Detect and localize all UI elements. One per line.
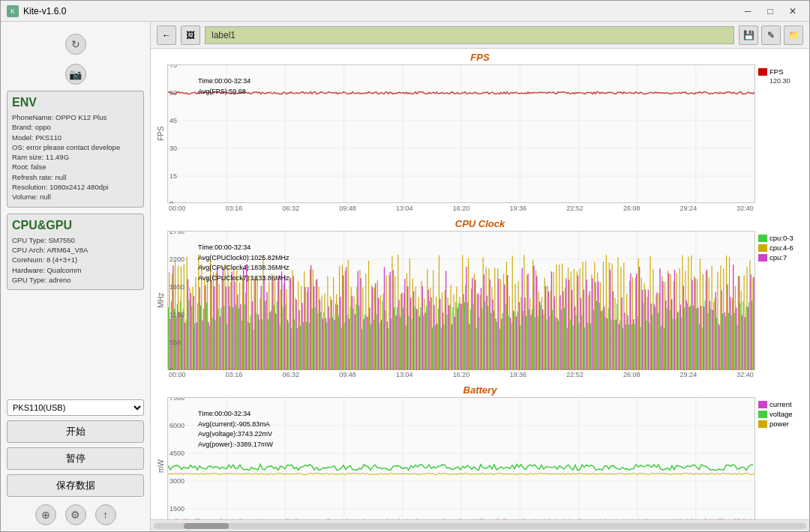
window-title: Kite-v1.6.0 — [23, 6, 737, 16]
scrollbar-track[interactable] — [154, 523, 806, 529]
cpu-legend-color-0 — [758, 235, 767, 242]
right-panel: ← 🖼 label1 💾 ✎ 📁 FPS FPS — [151, 22, 809, 531]
maximize-button[interactable]: □ — [760, 4, 781, 19]
fps-y-label: FPS — [154, 64, 167, 203]
toolbar: ← 🖼 label1 💾 ✎ 📁 — [151, 22, 809, 49]
env-section: ENV PhoneName: OPPO K12 Plus Brand: oppo… — [7, 91, 144, 208]
device-select-area: PKS110(USB) — [7, 399, 144, 416]
fps-chart-title: FPS — [154, 52, 806, 63]
add-icon-btn[interactable]: ⊕ — [35, 504, 56, 525]
cpu-clock-chart-area: Time:00:00-32:34 Avg(CPUClock0):1025.82M… — [167, 231, 755, 369]
screenshot-icon-btn[interactable]: 📷 — [65, 64, 86, 85]
fps-x-labels: 00:00 03:16 06:32 09:48 13:04 16:20 19:3… — [154, 203, 754, 212]
image-button[interactable]: 🖼 — [181, 25, 200, 45]
settings-icon-btn[interactable]: ⚙ — [65, 504, 86, 525]
cpu-legend-7: cpu:7 — [758, 253, 805, 262]
cpu-core: CoreNum: 8 (4+3+1) — [12, 255, 139, 265]
cpu-clock-chart-container: CPU Clock MHz Time:00:00-32:34 Avg(CPUCl… — [154, 218, 806, 378]
env-ram: Ram size: 11.49G — [12, 152, 139, 162]
cpu-legend-color-4 — [758, 244, 767, 252]
battery-current-color — [758, 401, 767, 408]
env-refresh: Refresh rate: null — [12, 172, 139, 182]
battery-voltage-color — [758, 411, 767, 418]
back-button[interactable]: ← — [157, 25, 176, 45]
app-icon: K — [7, 5, 19, 17]
device-dropdown[interactable]: PKS110(USB) — [7, 399, 144, 416]
folder-toolbar-button[interactable]: 📁 — [784, 25, 803, 45]
cpu-legend-4-6: cpu:4-6 — [758, 244, 805, 252]
pause-button[interactable]: 暂停 — [7, 447, 144, 470]
cpu-items: CPU Type: SM7550 CPU Arch: ARM64_V8A Cor… — [12, 235, 139, 285]
main-window: K Kite-v1.6.0 ─ □ ✕ ↻ 📷 ENV PhoneName: O… — [0, 0, 810, 532]
cpu-clock-chart-wrapper: MHz Time:00:00-32:34 Avg(CPUClock0):1025… — [154, 231, 806, 369]
save-toolbar-button[interactable]: 💾 — [739, 25, 758, 45]
cpu-clock-y-label: MHz — [154, 231, 167, 369]
minimize-button[interactable]: ─ — [737, 4, 758, 19]
battery-chart-wrapper: mW Time:00:00-32:34 Avg(current):-905.83… — [154, 397, 806, 519]
cpu-clock-chart-title: CPU Clock — [154, 218, 806, 229]
battery-legend: current voltage power — [755, 397, 808, 519]
info-icon-btn[interactable]: ↑ — [95, 504, 116, 525]
battery-chart-area: Time:00:00-32:34 Avg(current):-905.83mA … — [167, 397, 755, 519]
env-resolution: Resolution: 1080x2412 480dpi — [12, 182, 139, 192]
env-brand: Brand: oppo — [12, 122, 139, 132]
sidebar-bottom: PKS110(USB) 开始 暂停 保存数据 ⊕ ⚙ ↑ — [7, 399, 144, 525]
label-display: label1 — [205, 26, 734, 44]
cpu-legend-color-7 — [758, 254, 767, 262]
window-controls: ─ □ ✕ — [737, 4, 803, 19]
bottom-scrollbar[interactable] — [151, 519, 809, 531]
scrollbar-thumb[interactable] — [184, 523, 229, 529]
battery-canvas — [168, 398, 754, 519]
start-button[interactable]: 开始 — [7, 420, 144, 443]
close-button[interactable]: ✕ — [782, 4, 803, 19]
battery-chart-container: Battery mW Time:00:00-32:34 Avg(current)… — [154, 384, 806, 519]
env-items: PhoneName: OPPO K12 Plus Brand: oppo Mod… — [12, 112, 139, 202]
save-button[interactable]: 保存数据 — [7, 474, 144, 497]
battery-y-label: mW — [154, 397, 167, 519]
fps-legend-color — [758, 68, 767, 76]
sidebar-icons: ↻ 📷 — [7, 28, 144, 91]
title-bar: K Kite-v1.6.0 ─ □ ✕ — [1, 1, 809, 22]
env-volume: Volume: null — [12, 192, 139, 202]
charts-area: FPS FPS Time:00:00-32:34 Avg(FPS):59.68 — [151, 49, 809, 519]
env-phone: PhoneName: OPPO K12 Plus — [12, 112, 139, 122]
battery-legend-power: power — [758, 420, 805, 428]
battery-legend-voltage: voltage — [758, 410, 805, 418]
env-root: Root: false — [12, 162, 139, 172]
main-content: ↻ 📷 ENV PhoneName: OPPO K12 Plus Brand: … — [1, 22, 809, 531]
battery-chart-title: Battery — [154, 384, 806, 396]
cpu-type: CPU Type: SM7550 — [12, 235, 139, 245]
fps-chart-wrapper: FPS Time:00:00-32:34 Avg(FPS):59.68 — [154, 64, 806, 203]
fps-legend-value: 120.30 — [758, 77, 805, 85]
cpu-hw: Hardware: Qualcomm — [12, 265, 139, 275]
edit-toolbar-button[interactable]: ✎ — [761, 25, 781, 45]
toolbar-right-buttons: 💾 ✎ 📁 — [739, 25, 803, 45]
fps-canvas — [168, 65, 754, 204]
cpu-legend-0-3: cpu:0-3 — [758, 234, 805, 242]
fps-legend: FPS 120.30 — [755, 64, 808, 203]
cpu-x-labels: 00:00 03:16 06:32 09:48 13:04 16:20 19:3… — [154, 369, 754, 378]
cpu-clock-legend: cpu:0-3 cpu:4-6 cpu:7 — [755, 231, 808, 369]
cpu-gpu-section: CPU&GPU CPU Type: SM7550 CPU Arch: ARM64… — [7, 214, 144, 290]
fps-chart-container: FPS FPS Time:00:00-32:34 Avg(FPS):59.68 — [154, 52, 806, 212]
refresh-icon-btn[interactable]: ↻ — [65, 34, 86, 55]
cpu-title: CPU&GPU — [12, 219, 139, 232]
battery-legend-current: current — [758, 400, 805, 408]
fps-legend-item: FPS — [758, 67, 805, 76]
cpu-canvas — [168, 232, 754, 370]
sidebar: ↻ 📷 ENV PhoneName: OPPO K12 Plus Brand: … — [1, 22, 151, 531]
env-title: ENV — [12, 96, 139, 109]
fps-chart-area: Time:00:00-32:34 Avg(FPS):59.68 — [167, 64, 755, 203]
cpu-arch: CPU Arch: ARM64_V8A — [12, 245, 139, 255]
gpu-type: GPU Type: adreno — [12, 275, 139, 285]
env-os: OS: error please contact develope — [12, 142, 139, 152]
env-model: Model: PKS110 — [12, 133, 139, 142]
battery-power-color — [758, 420, 767, 428]
